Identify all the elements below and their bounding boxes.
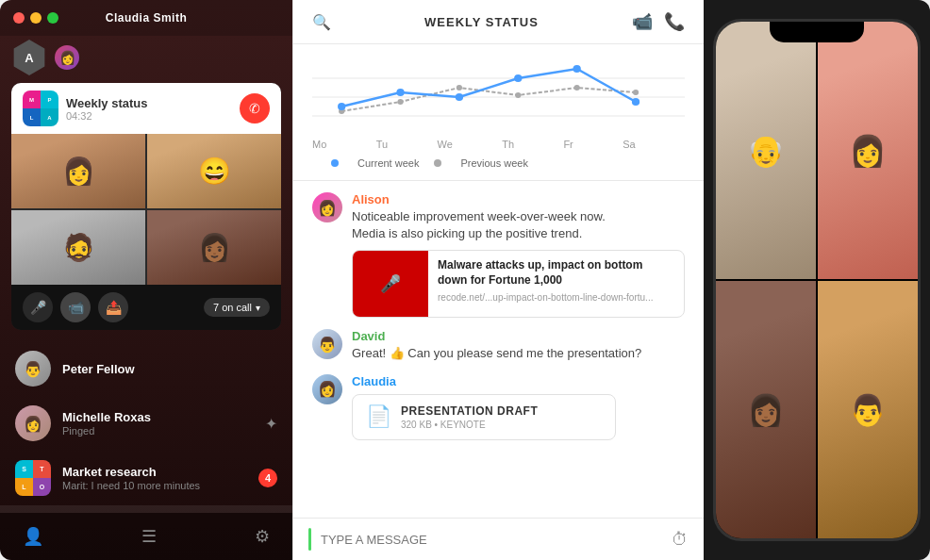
message-david: 👨 David Great! 👍 Can you please send me …	[312, 329, 685, 362]
peter-avatar: 👨	[15, 351, 51, 387]
call-duration: 04:32	[66, 110, 147, 122]
on-call-badge: 7 on call ▾	[204, 298, 270, 317]
menu-nav-icon[interactable]: ☰	[138, 522, 160, 551]
michelle-avatar: 👩	[15, 405, 51, 441]
svg-point-8	[633, 90, 639, 95]
svg-point-5	[457, 85, 462, 91]
sidebar: Claudia Smith A 👩 M P L A Week	[0, 0, 292, 560]
alison-text: Noticeable improvement week-over-week no…	[352, 208, 685, 242]
video-cell-4: 👩🏾	[147, 210, 281, 285]
market-subtitle: Marit: I need 10 more minutes	[62, 480, 247, 491]
claudia-sender: Claudia	[352, 374, 685, 388]
people-nav-icon[interactable]: 👤	[19, 522, 47, 551]
chart-svg	[312, 59, 685, 135]
message-claudia: 👩 Claudia 📄 PRESENTATION DRAFT 320 KB • …	[312, 374, 685, 440]
window-title: Claudia Smith	[106, 11, 188, 25]
main-title: WEEKLY STATUS	[346, 15, 617, 29]
file-name: PRESENTATION DRAFT	[401, 404, 538, 418]
alison-avatar: 👩	[312, 192, 342, 222]
contact-item-michelle[interactable]: 👩 Michelle Roxas Pinged ✦	[0, 396, 292, 451]
david-sender: David	[352, 329, 685, 343]
svg-point-7	[574, 85, 580, 91]
link-preview[interactable]: 🎤 Malware attacks up, impact on bottom d…	[352, 250, 685, 318]
michelle-star-icon: ✦	[265, 415, 277, 433]
file-meta: 320 KB • KEYNOTE	[401, 420, 538, 430]
video-toggle-button[interactable]: 📹	[60, 292, 91, 322]
app-container: Claudia Smith A 👩 M P L A Week	[0, 0, 930, 560]
chart-labels: Mo Tu We Th Fr Sa	[312, 135, 685, 154]
link-url: recode.net/...up-impact-on-bottom-line-d…	[438, 292, 674, 303]
phone-face-2: 👩	[818, 22, 918, 279]
call-controls: 🎤 📹 📤 7 on call ▾	[11, 285, 281, 330]
svg-point-4	[397, 99, 403, 105]
phone-device: 👴 👩 👩🏾 👨	[713, 19, 921, 541]
search-icon[interactable]: 🔍	[312, 13, 331, 31]
close-button[interactable]	[13, 12, 25, 24]
call-header: M P L A Weekly status 04:32 ✆	[11, 83, 281, 134]
titlebar: Claudia Smith	[0, 0, 292, 36]
phone-face-3: 👩🏾	[716, 281, 816, 538]
david-avatar: 👨	[312, 329, 342, 359]
video-grid: 👩 😄 🧔 👩🏾	[11, 134, 281, 285]
current-week-dot	[331, 159, 339, 167]
message-alison: 👩 Alison Noticeable improvement week-ove…	[312, 192, 685, 318]
user-hex-avatar[interactable]: A	[11, 40, 47, 75]
link-thumbnail: 🎤	[353, 251, 428, 317]
maximize-button[interactable]	[47, 12, 58, 24]
video-call-icon[interactable]: 📹	[632, 11, 653, 32]
link-title: Malware attacks up, impact on bottom dow…	[438, 258, 674, 288]
svg-point-6	[515, 92, 521, 98]
chart-area: Mo Tu We Th Fr Sa Current week Previous …	[293, 44, 704, 181]
svg-point-12	[514, 74, 522, 82]
main-header: 🔍 WEEKLY STATUS 📹 📞	[293, 0, 704, 44]
chart-legend: Current week Previous week	[312, 154, 685, 173]
svg-point-11	[456, 93, 463, 101]
phone-notch	[770, 22, 864, 42]
market-badge: 4	[258, 469, 277, 487]
alison-sender: Alison	[352, 192, 685, 206]
message-input[interactable]	[321, 533, 662, 547]
message-input-area: ⏱	[293, 518, 704, 560]
video-cell-1: 👩	[11, 134, 145, 208]
svg-point-9	[338, 103, 345, 110]
bottom-nav: 👤 ☰ ⚙	[0, 513, 292, 560]
contact-item-peter[interactable]: 👨 Peter Fellow	[0, 341, 292, 396]
mute-button[interactable]: 🎤	[23, 292, 53, 322]
end-call-button[interactable]: ✆	[240, 93, 270, 124]
previous-week-label: Previous week	[460, 157, 528, 169]
svg-point-14	[632, 98, 639, 106]
messages-area: 👩 Alison Noticeable improvement week-ove…	[293, 181, 704, 518]
file-attachment[interactable]: 📄 PRESENTATION DRAFT 320 KB • KEYNOTE	[352, 394, 616, 440]
michelle-subtitle: Pinged	[62, 425, 254, 436]
claudia-avatar: 👩	[312, 374, 342, 404]
settings-nav-icon[interactable]: ⚙	[251, 522, 274, 551]
video-call-area: M P L A Weekly status 04:32 ✆ 👩	[11, 83, 281, 330]
phone-face-4: 👨	[818, 281, 918, 538]
peter-name: Peter Fellow	[62, 362, 277, 376]
svg-point-10	[396, 89, 404, 96]
user-small-avatar[interactable]: 👩	[55, 45, 79, 70]
phone-mockup: 👴 👩 👩🏾 👨	[704, 0, 930, 560]
video-cell-3: 🧔	[11, 210, 145, 285]
michelle-name: Michelle Roxas	[62, 410, 254, 424]
header-actions: 📹 📞	[632, 11, 685, 32]
timer-icon[interactable]: ⏱	[672, 530, 689, 550]
window-controls	[13, 12, 58, 24]
file-icon: 📄	[366, 404, 391, 429]
contact-item-market[interactable]: S T L O Market research Marit: I need 10…	[0, 451, 292, 505]
phone-call-icon[interactable]: 📞	[664, 11, 685, 32]
call-avatar: M P L A	[23, 91, 58, 126]
screen-share-button[interactable]: 📤	[98, 292, 128, 322]
current-week-label: Current week	[357, 157, 419, 169]
contact-item-weekly[interactable]: M P L A Weekly status	[0, 505, 292, 513]
market-avatar: S T L O	[15, 460, 51, 496]
main-content: 🔍 WEEKLY STATUS 📹 📞	[292, 0, 704, 560]
phone-face-1: 👴	[716, 22, 816, 279]
input-accent-bar	[308, 528, 311, 551]
previous-week-dot	[434, 159, 441, 167]
market-name: Market research	[62, 465, 247, 479]
call-name: Weekly status	[66, 96, 147, 110]
phone-screen: 👴 👩 👩🏾 👨	[716, 22, 918, 538]
video-cell-2: 😄	[147, 134, 281, 208]
minimize-button[interactable]	[30, 12, 42, 24]
